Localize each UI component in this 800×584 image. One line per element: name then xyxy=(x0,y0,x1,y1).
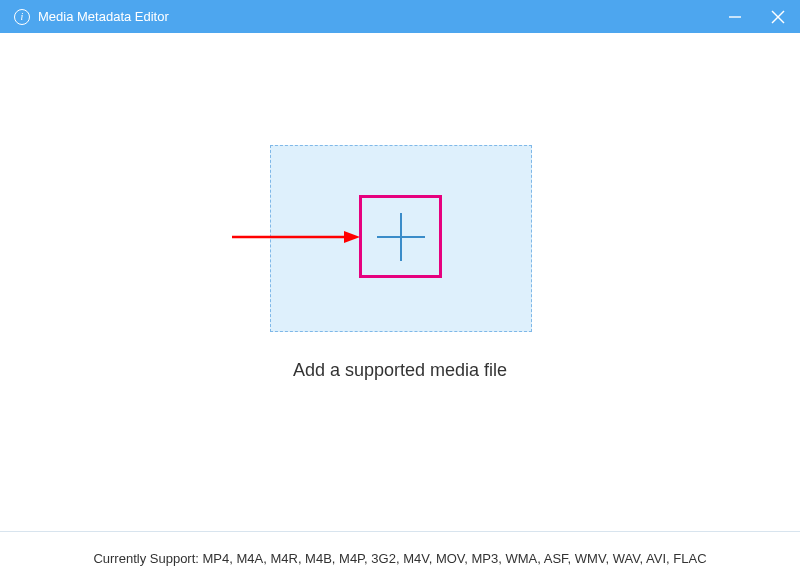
close-button[interactable] xyxy=(770,9,786,25)
minimize-icon xyxy=(728,10,742,24)
plus-icon xyxy=(375,211,427,263)
window-title: Media Metadata Editor xyxy=(38,9,169,24)
footer-label: Currently Support: xyxy=(93,551,202,566)
titlebar-left: i Media Metadata Editor xyxy=(14,9,169,25)
footer-text: Currently Support: MP4, M4A, M4R, M4B, M… xyxy=(93,551,706,566)
info-icon: i xyxy=(14,9,30,25)
window-titlebar: i Media Metadata Editor xyxy=(0,0,800,33)
titlebar-controls xyxy=(728,9,786,25)
footer: Currently Support: MP4, M4A, M4R, M4B, M… xyxy=(0,531,800,584)
footer-formats: MP4, M4A, M4R, M4B, M4P, 3G2, M4V, MOV, … xyxy=(203,551,707,566)
add-file-highlight[interactable] xyxy=(359,195,442,278)
info-glyph: i xyxy=(21,11,24,22)
dropzone-caption: Add a supported media file xyxy=(0,360,800,381)
main-area: Add a supported media file xyxy=(0,33,800,530)
close-icon xyxy=(770,9,786,25)
minimize-button[interactable] xyxy=(728,10,742,24)
